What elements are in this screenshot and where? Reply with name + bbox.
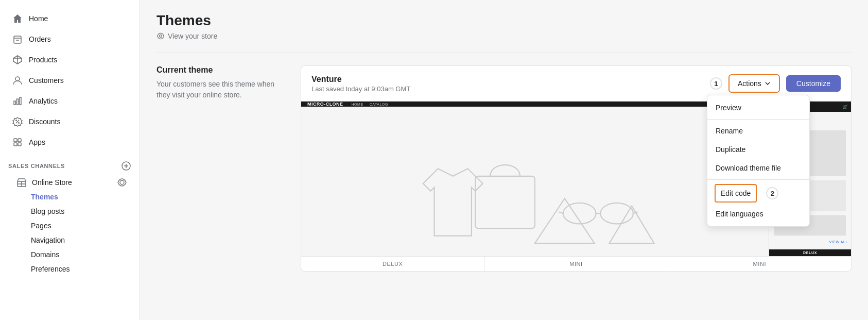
eye-icon [157, 32, 165, 40]
theme-info: Venture Last saved today at 9:03am GMT [311, 75, 410, 93]
theme-actions-area: 1 Actions Customize Preview Rename Dupli… [710, 74, 841, 93]
mini-label-bar: DELUX [769, 249, 851, 256]
theme-saved-text: Last saved today at 9:03am GMT [311, 85, 410, 93]
theme-card-header: Venture Last saved today at 9:03am GMT 1… [301, 66, 851, 102]
dropdown-item-edit-code[interactable]: Edit code [715, 184, 757, 203]
dropdown-item-edit-languages[interactable]: Edit languages [707, 205, 809, 223]
svg-rect-0 [14, 36, 21, 43]
sidebar-sub-item-pages[interactable]: Pages [4, 218, 135, 233]
theme-preview-main: MICRO-CLONE HOME CATALOG [301, 102, 769, 256]
products-icon [12, 55, 23, 65]
sidebar-sub-item-themes[interactable]: Themes [4, 190, 135, 204]
sidebar-sub-item-blog-posts[interactable]: Blog posts [4, 204, 135, 218]
mini-view-all: VIEW ALL [829, 240, 848, 244]
actions-dropdown: Preview Rename Duplicate Download theme … [707, 95, 810, 227]
theme-name: Venture [311, 75, 410, 84]
customize-button[interactable]: Customize [786, 75, 841, 92]
page-title: Themes [157, 12, 852, 29]
theme-illustration [336, 131, 734, 256]
online-store-item[interactable]: Online Store [16, 177, 72, 188]
sidebar-item-discounts[interactable]: Discounts [4, 111, 135, 132]
orders-icon [12, 34, 23, 44]
svg-rect-16 [18, 143, 21, 146]
discounts-icon [12, 116, 23, 127]
sidebar-item-products[interactable]: Products [4, 49, 135, 70]
apps-icon [12, 137, 23, 147]
thumbnail-2: MINI [484, 257, 668, 271]
dropdown-item-preview[interactable]: Preview [707, 98, 809, 117]
sidebar-sub-item-navigation[interactable]: Navigation [4, 233, 135, 247]
svg-marker-32 [610, 206, 654, 243]
current-theme-section: Current theme Your customers see this th… [157, 65, 852, 272]
theme-thumbnails: DELUX MINI MINI [301, 256, 851, 271]
svg-point-24 [160, 35, 162, 38]
current-theme-label: Current theme [157, 65, 280, 75]
svg-point-12 [19, 123, 20, 124]
svg-rect-8 [20, 97, 21, 105]
store-icon [16, 177, 27, 188]
section-divider [157, 53, 852, 53]
customers-icon [12, 75, 23, 86]
svg-rect-7 [17, 99, 19, 105]
svg-point-5 [15, 77, 20, 81]
current-theme-info: Current theme Your customers see this th… [157, 65, 280, 272]
svg-rect-6 [14, 101, 15, 105]
view-store-link[interactable]: View your store [157, 32, 852, 40]
svg-marker-31 [535, 198, 595, 243]
add-channel-icon[interactable] [121, 161, 131, 171]
svg-point-23 [120, 180, 124, 184]
sidebar: Home Orders Products Customers Analytics [0, 0, 140, 320]
svg-rect-13 [14, 139, 17, 142]
current-theme-description: Your customers see this theme when they … [157, 79, 280, 100]
sidebar-sub-item-domains[interactable]: Domains [4, 247, 135, 262]
actions-button[interactable]: Actions [728, 74, 780, 93]
sidebar-item-home[interactable]: Home [4, 8, 135, 29]
svg-rect-14 [18, 139, 21, 142]
svg-point-27 [600, 203, 633, 224]
dropdown-item-rename[interactable]: Rename [707, 122, 809, 140]
svg-rect-25 [475, 176, 535, 228]
thumbnail-1: DELUX [301, 257, 484, 271]
thumbnail-3: MINI [668, 257, 851, 271]
mock-topbar: MICRO-CLONE HOME CATALOG [301, 102, 769, 107]
sidebar-sub-item-preferences[interactable]: Preferences [4, 262, 135, 276]
sales-channels-header: SALES CHANNELS [0, 153, 140, 173]
chevron-down-icon [765, 80, 771, 87]
sidebar-item-apps[interactable]: Apps [4, 132, 135, 153]
analytics-icon [12, 96, 23, 106]
home-icon [12, 13, 23, 24]
step2-badge: 2 [766, 187, 778, 199]
theme-card: Venture Last saved today at 9:03am GMT 1… [301, 65, 852, 272]
svg-line-28 [559, 212, 563, 214]
svg-rect-15 [14, 143, 17, 146]
sidebar-item-orders[interactable]: Orders [4, 29, 135, 49]
view-store-icon[interactable] [117, 177, 127, 188]
dropdown-item-download[interactable]: Download theme file [707, 159, 809, 177]
dropdown-divider-1 [707, 119, 809, 120]
mock-theme-body: SLIDE View all products [301, 107, 769, 256]
main-content: Themes View your store Current theme You… [140, 0, 868, 320]
svg-point-11 [16, 120, 17, 121]
online-store-row: Online Store [4, 173, 135, 190]
dropdown-item-duplicate[interactable]: Duplicate [707, 140, 809, 159]
sidebar-item-customers[interactable]: Customers [4, 70, 135, 91]
step1-badge: 1 [710, 77, 722, 90]
sidebar-item-analytics[interactable]: Analytics [4, 91, 135, 111]
dropdown-divider-2 [707, 179, 809, 180]
